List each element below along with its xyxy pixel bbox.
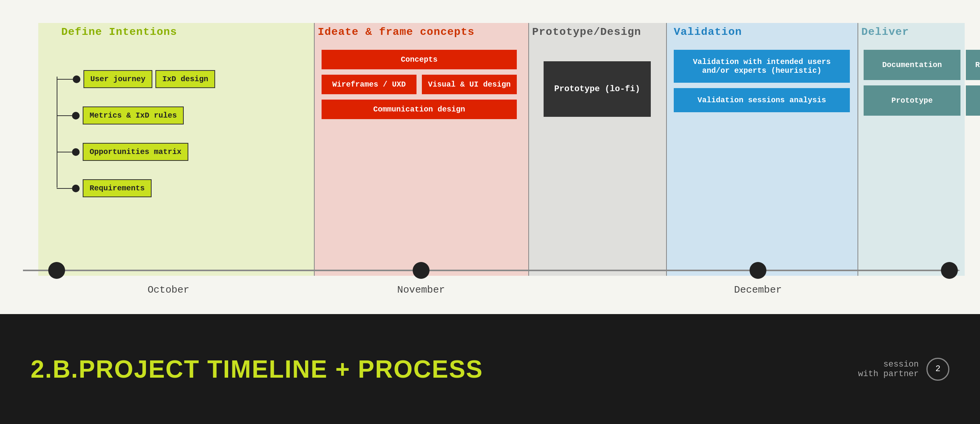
define-content: User journey IxD design Metrics & IxD ru… — [57, 67, 215, 197]
documentation-box: Documentation — [864, 50, 960, 80]
october-label: October — [147, 284, 189, 296]
requirements-box: Requirements — [83, 179, 152, 197]
divider-1 — [314, 23, 315, 276]
november-label: November — [397, 284, 445, 296]
divider-2 — [528, 23, 529, 276]
ideate-label: Ideate & frame concepts — [318, 26, 474, 38]
prototype-label: Prototype/Design — [532, 26, 641, 38]
branch-user-journey: User journey IxD design — [57, 70, 215, 88]
trunk-line — [57, 77, 57, 188]
metrics-box: Metrics & IxD rules — [83, 106, 184, 124]
end-dot — [941, 262, 958, 279]
validation-analysis-box: Validation sessions analysis — [674, 88, 850, 112]
prototype-box: Prototype (lo-fi) — [544, 61, 651, 117]
main-area: Define Intentions Ideate & frame concept… — [0, 0, 980, 314]
ideate-row-2: Wireframes / UXD Visual & UI design — [322, 75, 517, 94]
wireframes-box: Wireframes / UXD — [322, 75, 416, 94]
branch-metrics: Metrics & IxD rules — [57, 106, 215, 124]
deliver-label: Deliver — [861, 26, 909, 38]
branch-requirements: Requirements — [57, 179, 215, 197]
november-dot — [413, 262, 430, 279]
timeline-line — [23, 270, 957, 271]
research-insights-box: Research insights — [966, 50, 980, 80]
visual-ui-box: Visual & UI design — [422, 75, 517, 94]
start-dot — [48, 262, 65, 279]
validation-content: Validation with intended users and/or ex… — [674, 50, 850, 112]
divider-3 — [666, 23, 667, 276]
deliver-content: Documentation Research insights Prototyp… — [864, 50, 980, 116]
user-journey-box: User journey — [83, 70, 152, 88]
define-label: Define Intentions — [61, 26, 177, 38]
branch-opportunities: Opportunities matrix — [57, 143, 215, 161]
concepts-box: Concepts — [322, 50, 517, 69]
footer-area: 2.B.PROJECT TIMELINE + PROCESS session w… — [0, 314, 980, 424]
validation-users-box: Validation with intended users and/or ex… — [674, 50, 850, 83]
prototype-content: Prototype (lo-fi) — [544, 61, 651, 117]
opportunities-box: Opportunities matrix — [83, 143, 188, 161]
footer-title: 2.B.PROJECT TIMELINE + PROCESS — [31, 355, 483, 383]
footer-right: session with partner 2 — [858, 358, 949, 381]
divider-4 — [858, 23, 858, 276]
ideate-content: Concepts Wireframes / UXD Visual & UI de… — [322, 50, 517, 119]
ixd-design-box: IxD design — [155, 70, 215, 88]
session-circle: 2 — [926, 358, 949, 381]
deliver-prototype-box: Prototype — [864, 85, 960, 116]
communication-box: Communication design — [322, 100, 517, 119]
prototype-bg — [528, 23, 666, 276]
december-dot — [750, 262, 766, 279]
session-label: session with partner — [858, 360, 919, 379]
validation-label: Validation — [674, 26, 742, 38]
december-label: December — [734, 284, 782, 296]
recommendations-box: Recommendations — [966, 85, 980, 116]
